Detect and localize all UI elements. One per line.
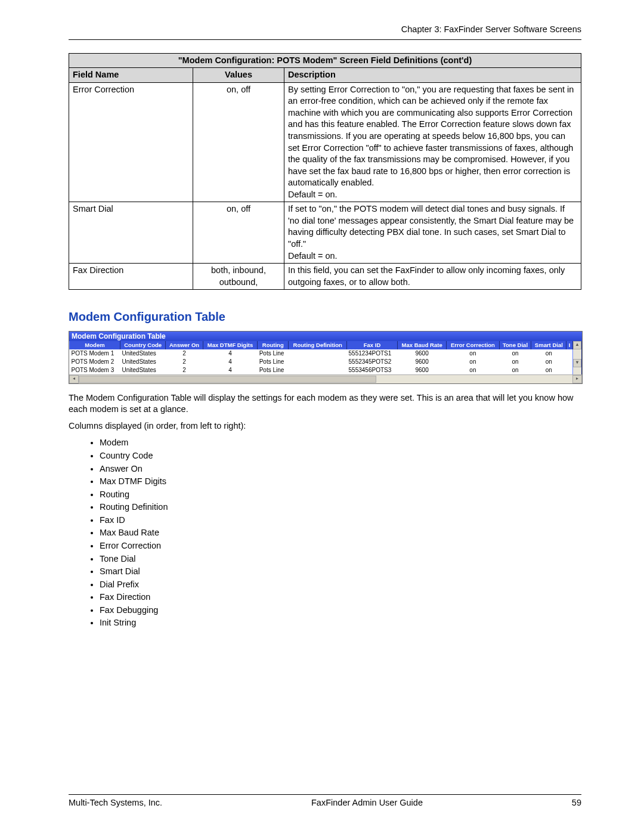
mct-cell: 5551234POTS1: [347, 349, 398, 358]
footer-rule: [69, 794, 581, 795]
modem-config-table-widget: Modem Configuration Table Modem Country …: [69, 331, 583, 384]
mct-cell: on: [447, 349, 499, 358]
footer-center: FaxFinder Admin User Guide: [311, 797, 423, 809]
mct-cell: [289, 358, 347, 366]
mct-row[interactable]: POTS Modem 2 UnitedStates 2 4 Pots Line …: [70, 358, 582, 366]
mct-cell: UnitedStates: [120, 358, 165, 366]
defs-title: "Modem Configuration: POTS Modem" Screen…: [69, 53, 581, 68]
list-item: Fax Debugging: [100, 604, 581, 617]
mct-cell: 2: [166, 349, 203, 358]
mct-cell: 2: [166, 358, 203, 366]
mct-cell: on: [499, 349, 531, 358]
mct-cell: on: [531, 358, 566, 366]
mct-cell: POTS Modem 2: [70, 358, 120, 366]
mct-head[interactable]: Answer On: [166, 341, 203, 349]
mct-cell: on: [499, 358, 531, 366]
mct-cell: POTS Modem 1: [70, 349, 120, 358]
mct-cell: on: [531, 366, 566, 374]
mct-cell: on: [447, 366, 499, 374]
footer-left: Multi-Tech Systems, Inc.: [69, 797, 162, 809]
mct-cell: 9600: [398, 349, 447, 358]
mct-table: Modem Country Code Answer On Max DTMF Di…: [69, 341, 582, 374]
defs-field: Smart Dial: [69, 202, 193, 264]
mct-head[interactable]: Modem: [70, 341, 120, 349]
defs-head-values: Values: [193, 68, 284, 83]
mct-head[interactable]: Error Correction: [447, 341, 499, 349]
chapter-header: Chapter 3: FaxFinder Server Software Scr…: [69, 24, 581, 36]
mct-header-row: Modem Country Code Answer On Max DTMF Di…: [70, 341, 582, 349]
mct-head[interactable]: Fax ID: [347, 341, 398, 349]
mct-cell: POTS Modem 3: [70, 366, 120, 374]
list-item: Routing Definition: [100, 501, 581, 514]
mct-head[interactable]: Smart Dial: [531, 341, 566, 349]
list-item: Max Baud Rate: [100, 527, 581, 540]
scrollbar-thumb[interactable]: [79, 376, 376, 383]
section-heading: Modem Configuration Table: [69, 309, 581, 325]
scroll-right-icon[interactable]: ▸: [572, 375, 582, 383]
scroll-up-icon[interactable]: ▴: [573, 341, 581, 349]
footer-right: 59: [572, 797, 581, 809]
list-item: Fax Direction: [100, 591, 581, 604]
list-item: Dial Prefix: [100, 578, 581, 592]
scroll-down-icon[interactable]: ▾: [573, 359, 581, 367]
paragraph: Columns displayed (in order, from left t…: [69, 420, 581, 432]
mct-cell: Pots Line: [258, 366, 289, 374]
header-rule: [69, 39, 581, 40]
vertical-scrollbar[interactable]: ▴ ▾: [573, 341, 581, 366]
defs-field: Error Correction: [69, 82, 193, 202]
mct-head[interactable]: Routing: [258, 341, 289, 349]
mct-head[interactable]: Routing Definition: [289, 341, 347, 349]
field-definitions-table: "Modem Configuration: POTS Modem" Screen…: [69, 53, 581, 290]
mct-cell: 5552345POTS2: [347, 358, 398, 366]
horizontal-scrollbar[interactable]: ◂ ▸: [69, 374, 582, 383]
mct-cell: 5553456POTS3: [347, 366, 398, 374]
mct-head[interactable]: Country Code: [120, 341, 165, 349]
defs-field: Fax Direction: [69, 264, 193, 290]
mct-cell: UnitedStates: [120, 366, 165, 374]
defs-values: both, inbound, outbound,: [193, 264, 284, 290]
list-item: Tone Dial: [100, 553, 581, 566]
mct-cell: [289, 349, 347, 358]
page-footer: Multi-Tech Systems, Inc. FaxFinder Admin…: [69, 794, 581, 809]
defs-values: on, off: [193, 82, 284, 202]
defs-row: Smart Dial on, off If set to "on," the P…: [69, 202, 581, 264]
mct-head[interactable]: Max DTMF Digits: [203, 341, 257, 349]
list-item: Max DTMF Digits: [100, 475, 581, 488]
mct-row[interactable]: POTS Modem 3 UnitedStates 2 4 Pots Line …: [70, 366, 582, 374]
mct-row[interactable]: POTS Modem 1 UnitedStates 2 4 Pots Line …: [70, 349, 582, 358]
list-item: Answer On: [100, 463, 581, 476]
mct-cell: [289, 366, 347, 374]
mct-cell: 9600: [398, 358, 447, 366]
defs-values: on, off: [193, 202, 284, 264]
defs-row: Fax Direction both, inbound, outbound, I…: [69, 264, 581, 290]
mct-cell: 2: [166, 366, 203, 374]
list-item: Modem: [100, 436, 581, 450]
mct-head[interactable]: I: [566, 341, 573, 349]
mct-cell: Pots Line: [258, 349, 289, 358]
mct-cell: on: [531, 349, 566, 358]
mct-head[interactable]: Max Baud Rate: [398, 341, 447, 349]
defs-head-desc: Description: [284, 68, 581, 83]
mct-cell: 4: [203, 349, 257, 358]
mct-cell: 9600: [398, 366, 447, 374]
mct-titlebar: Modem Configuration Table: [69, 332, 582, 341]
mct-head[interactable]: Tone Dial: [499, 341, 531, 349]
mct-cell: on: [447, 358, 499, 366]
mct-cell: UnitedStates: [120, 349, 165, 358]
defs-row: Error Correction on, off By setting Erro…: [69, 82, 581, 202]
paragraph: The Modem Configuration Table will displ…: [69, 392, 581, 416]
list-item: Country Code: [100, 450, 581, 463]
defs-desc: If set to "on," the POTS modem will dete…: [284, 202, 581, 264]
list-item: Error Correction: [100, 540, 581, 553]
list-item: Init String: [100, 617, 581, 630]
defs-head-field: Field Name: [69, 68, 193, 83]
columns-list: Modem Country Code Answer On Max DTMF Di…: [69, 436, 581, 629]
list-item: Fax ID: [100, 514, 581, 527]
list-item: Smart Dial: [100, 565, 581, 578]
defs-desc: By setting Error Correction to "on," you…: [284, 82, 581, 202]
mct-cell: 4: [203, 358, 257, 366]
mct-cell: on: [499, 366, 531, 374]
scroll-left-icon[interactable]: ◂: [69, 375, 79, 383]
mct-cell: Pots Line: [258, 358, 289, 366]
mct-cell: 4: [203, 366, 257, 374]
